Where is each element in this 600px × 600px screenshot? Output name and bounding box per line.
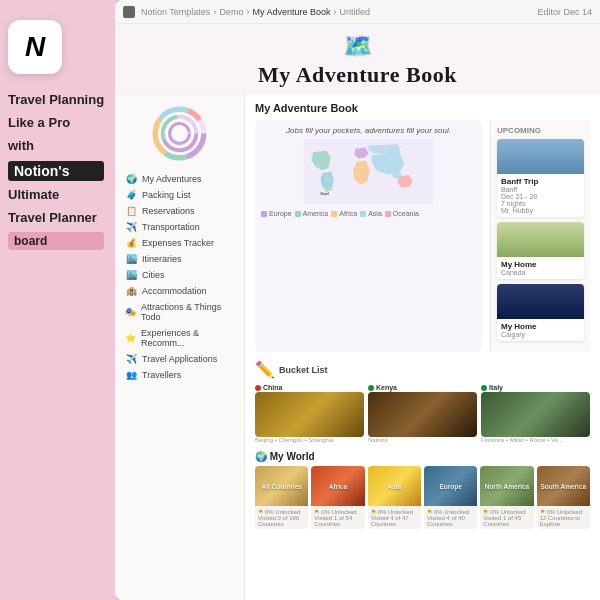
left-line-1: Travel Planning <box>8 92 104 109</box>
world-card-img-2: Asia <box>368 466 421 506</box>
trip-card-canada-img <box>497 222 584 257</box>
sidebar-label-0: My Adventures <box>142 174 202 184</box>
notion-logo-text: N <box>25 31 45 63</box>
legend-africa-dot <box>331 211 337 217</box>
world-card-3[interactable]: Europe ⚑ 0% Unlocked Visited 4 of 40 Cou… <box>424 466 477 529</box>
sidebar-item-6[interactable]: 🏙️ Cities <box>115 267 244 283</box>
sidebar-icon-0: 🌍 <box>125 174 137 184</box>
italy-cities: Florence • Milan • Rome • Ve... <box>481 437 590 443</box>
breadcrumb-sep-2: › <box>246 7 249 17</box>
legend-asia-dot <box>360 211 366 217</box>
sidebar-item-2[interactable]: 📋 Reservations <box>115 203 244 219</box>
content-area: 🌍 My Adventures 🧳 Packing List 📋 Reserva… <box>115 94 600 600</box>
bucket-photo-grid: China Beijing • Chengdu • Shanghai Kenya… <box>255 384 590 443</box>
italy-flag-dot <box>481 385 487 391</box>
world-card-img-1: Africa <box>311 466 364 506</box>
breadcrumb-1[interactable]: Notion Templates <box>141 7 210 17</box>
sidebar-label-10: Travel Applications <box>142 354 217 364</box>
sidebar-icon-9: ⭐ <box>125 333 136 343</box>
left-line-3: with <box>8 138 104 155</box>
editor-info: Editor Dec 14 <box>537 7 592 17</box>
sidebar-item-1[interactable]: 🧳 Packing List <box>115 187 244 203</box>
sidebar-item-7[interactable]: 🏨 Accommodation <box>115 283 244 299</box>
legend-africa-label: Africa <box>339 210 357 217</box>
sidebar-icon-6: 🏙️ <box>125 270 137 280</box>
sidebar-item-8[interactable]: 🎭 Attractions & Things Todo <box>115 299 244 325</box>
edit-icon: ✏️ <box>255 360 275 379</box>
bucket-section: ✏️ Bucket List China Beijing • Chengdu •… <box>255 360 590 443</box>
trip-card-canada[interactable]: My Home Canada <box>497 222 584 279</box>
trip-canada-name: My Home <box>501 260 580 269</box>
left-line-7: board <box>8 232 104 250</box>
world-card-img-0: All Countries <box>255 466 308 506</box>
world-title: 🌍 My World <box>255 451 590 462</box>
world-card-0[interactable]: All Countries ⚑ 0% Unlocked Visited 0 of… <box>255 466 308 529</box>
page-content[interactable]: My Adventure Book Jobs fill your pockets… <box>245 94 600 600</box>
trip-calgary-name: My Home <box>501 322 580 331</box>
trip-card-calgary-info: My Home Calgary <box>497 319 584 341</box>
legend-america: America <box>295 210 329 217</box>
sidebar-label-8: Attractions & Things Todo <box>141 302 234 322</box>
left-line-5: Ultimate <box>8 187 104 204</box>
notion-logo: N <box>8 20 62 74</box>
sidebar-icon-7: 🏨 <box>125 286 137 296</box>
sidebar-label-7: Accommodation <box>142 286 207 296</box>
sidebar-label-2: Reservations <box>142 206 195 216</box>
trip-card-banff-img <box>497 139 584 174</box>
breadcrumb-3[interactable]: My Adventure Book <box>252 7 330 17</box>
kenya-name: Kenya <box>376 384 397 391</box>
world-card-1[interactable]: Africa ⚑ 0% Unlocked Visited 1 of 54 Cou… <box>311 466 364 529</box>
breadcrumb: Notion Templates › Demo › My Adventure B… <box>141 7 370 17</box>
kenya-cities: Nairobi <box>368 437 477 443</box>
sidebar-label-3: Transportation <box>142 222 200 232</box>
sidebar-item-11[interactable]: 👥 Travellers <box>115 367 244 383</box>
world-section: 🌍 My World All Countries ⚑ 0% Unlocked V… <box>255 451 590 529</box>
map-container: Jobs fill your pockets, adventures fill … <box>255 120 482 352</box>
bucket-italy[interactable]: Italy Florence • Milan • Rome • Ve... <box>481 384 590 443</box>
breadcrumb-sep-3: › <box>333 7 336 17</box>
svg-point-10 <box>170 124 190 144</box>
legend-america-dot <box>295 211 301 217</box>
world-card-2[interactable]: Asia ⚑ 0% Unlocked Visited 4 of 47 Count… <box>368 466 421 529</box>
left-text-block: Travel Planning Like a Pro with Notion's… <box>8 92 104 250</box>
legend-oceania: Oceania <box>385 210 419 217</box>
sidebar-label-9: Experiences & Recomm... <box>141 328 234 348</box>
sidebar-icon-8: 🎭 <box>125 307 136 317</box>
sidebar-item-0[interactable]: 🌍 My Adventures <box>115 171 244 187</box>
breadcrumb-4[interactable]: Untitled <box>339 7 370 17</box>
italy-photo <box>481 392 590 437</box>
world-card-4[interactable]: North America ⚑ 0% Unlocked Visited 1 of… <box>480 466 533 529</box>
trip-card-banff[interactable]: Banff Trip Banff Dec 21 - 28 7 nights Mr… <box>497 139 584 217</box>
sidebar-label-4: Expenses Tracker <box>142 238 214 248</box>
world-card-img-4: North America <box>480 466 533 506</box>
upcoming-title: Upcoming <box>497 126 584 135</box>
sidebar-item-9[interactable]: ⭐ Experiences & Recomm... <box>115 325 244 351</box>
sidebar-item-10[interactable]: ✈️ Travel Applications <box>115 351 244 367</box>
legend-america-label: America <box>303 210 329 217</box>
world-card-5[interactable]: South America ⚑ 0% Unlocked 12 Countries… <box>537 466 590 529</box>
trip-banff-name: Banff Trip <box>501 177 580 186</box>
world-card-stats-1: ⚑ 0% Unlocked Visited 1 of 54 Countries <box>314 508 361 527</box>
trip-banff-dates: Dec 21 - 28 <box>501 193 580 200</box>
breadcrumb-2[interactable]: Demo <box>219 7 243 17</box>
legend-africa: Africa <box>331 210 357 217</box>
kenya-photo <box>368 392 477 437</box>
sidebar-item-5[interactable]: 🏙️ Itineraries <box>115 251 244 267</box>
world-card-stats-2: ⚑ 0% Unlocked Visited 4 of 47 Countries <box>371 508 418 527</box>
sidebar-item-4[interactable]: 💰 Expenses Tracker <box>115 235 244 251</box>
world-map: Brazil <box>261 139 476 204</box>
left-line-4: Notion's <box>8 161 104 181</box>
bucket-kenya[interactable]: Kenya Nairobi <box>368 384 477 443</box>
menu-icon[interactable] <box>123 6 135 18</box>
bucket-title: Bucket List <box>279 365 328 375</box>
sidebar: 🌍 My Adventures 🧳 Packing List 📋 Reserva… <box>115 94 245 600</box>
sidebar-label-11: Travellers <box>142 370 181 380</box>
top-bar: Notion Templates › Demo › My Adventure B… <box>115 0 600 24</box>
sidebar-icon-4: 💰 <box>125 238 137 248</box>
sidebar-label-1: Packing List <box>142 190 191 200</box>
sidebar-item-3[interactable]: ✈️ Transportation <box>115 219 244 235</box>
svg-text:Brazil: Brazil <box>320 192 329 196</box>
italy-name: Italy <box>489 384 503 391</box>
trip-card-calgary[interactable]: My Home Calgary <box>497 284 584 341</box>
bucket-china[interactable]: China Beijing • Chengdu • Shanghai <box>255 384 364 443</box>
